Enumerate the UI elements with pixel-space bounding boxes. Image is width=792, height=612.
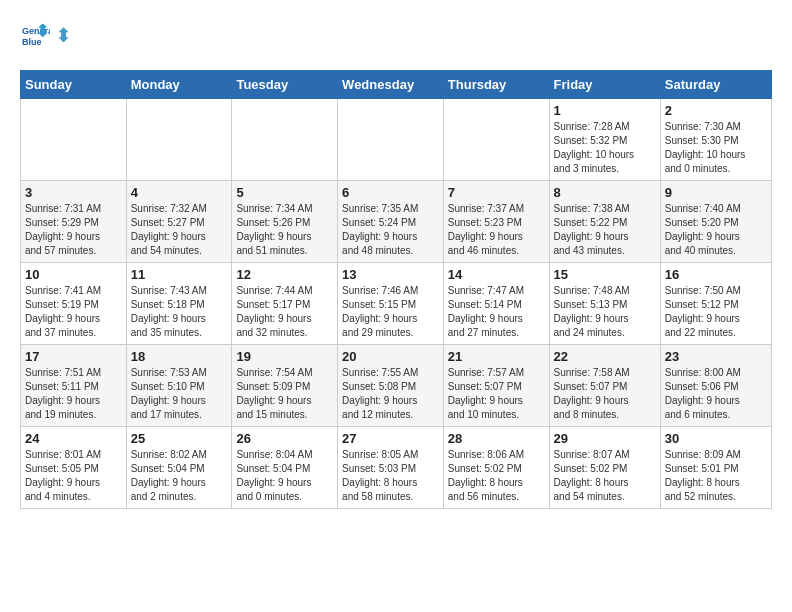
day-cell: 13Sunrise: 7:46 AM Sunset: 5:15 PM Dayli…	[338, 263, 444, 345]
day-info: Sunrise: 8:04 AM Sunset: 5:04 PM Dayligh…	[236, 448, 333, 504]
day-cell	[21, 99, 127, 181]
day-cell: 17Sunrise: 7:51 AM Sunset: 5:11 PM Dayli…	[21, 345, 127, 427]
day-info: Sunrise: 7:31 AM Sunset: 5:29 PM Dayligh…	[25, 202, 122, 258]
day-info: Sunrise: 8:05 AM Sunset: 5:03 PM Dayligh…	[342, 448, 439, 504]
day-cell: 18Sunrise: 7:53 AM Sunset: 5:10 PM Dayli…	[126, 345, 232, 427]
day-number: 11	[131, 267, 228, 282]
logo: General Blue	[20, 20, 74, 50]
day-cell: 30Sunrise: 8:09 AM Sunset: 5:01 PM Dayli…	[660, 427, 771, 509]
day-number: 17	[25, 349, 122, 364]
day-number: 2	[665, 103, 767, 118]
day-info: Sunrise: 7:35 AM Sunset: 5:24 PM Dayligh…	[342, 202, 439, 258]
day-number: 25	[131, 431, 228, 446]
calendar-body: 1Sunrise: 7:28 AM Sunset: 5:32 PM Daylig…	[21, 99, 772, 509]
day-number: 13	[342, 267, 439, 282]
day-cell: 5Sunrise: 7:34 AM Sunset: 5:26 PM Daylig…	[232, 181, 338, 263]
day-number: 28	[448, 431, 545, 446]
day-cell: 22Sunrise: 7:58 AM Sunset: 5:07 PM Dayli…	[549, 345, 660, 427]
day-number: 9	[665, 185, 767, 200]
day-cell	[232, 99, 338, 181]
day-number: 4	[131, 185, 228, 200]
day-info: Sunrise: 7:44 AM Sunset: 5:17 PM Dayligh…	[236, 284, 333, 340]
day-number: 14	[448, 267, 545, 282]
day-cell: 26Sunrise: 8:04 AM Sunset: 5:04 PM Dayli…	[232, 427, 338, 509]
day-cell: 29Sunrise: 8:07 AM Sunset: 5:02 PM Dayli…	[549, 427, 660, 509]
day-cell: 15Sunrise: 7:48 AM Sunset: 5:13 PM Dayli…	[549, 263, 660, 345]
day-cell	[443, 99, 549, 181]
day-info: Sunrise: 7:37 AM Sunset: 5:23 PM Dayligh…	[448, 202, 545, 258]
day-info: Sunrise: 7:58 AM Sunset: 5:07 PM Dayligh…	[554, 366, 656, 422]
day-cell: 7Sunrise: 7:37 AM Sunset: 5:23 PM Daylig…	[443, 181, 549, 263]
day-number: 5	[236, 185, 333, 200]
day-info: Sunrise: 7:43 AM Sunset: 5:18 PM Dayligh…	[131, 284, 228, 340]
day-cell: 25Sunrise: 8:02 AM Sunset: 5:04 PM Dayli…	[126, 427, 232, 509]
day-number: 19	[236, 349, 333, 364]
day-number: 10	[25, 267, 122, 282]
day-info: Sunrise: 7:28 AM Sunset: 5:32 PM Dayligh…	[554, 120, 656, 176]
header-cell-wednesday: Wednesday	[338, 71, 444, 99]
day-info: Sunrise: 7:48 AM Sunset: 5:13 PM Dayligh…	[554, 284, 656, 340]
header-cell-sunday: Sunday	[21, 71, 127, 99]
week-row-3: 17Sunrise: 7:51 AM Sunset: 5:11 PM Dayli…	[21, 345, 772, 427]
day-cell: 14Sunrise: 7:47 AM Sunset: 5:14 PM Dayli…	[443, 263, 549, 345]
day-info: Sunrise: 7:32 AM Sunset: 5:27 PM Dayligh…	[131, 202, 228, 258]
day-number: 20	[342, 349, 439, 364]
day-info: Sunrise: 7:40 AM Sunset: 5:20 PM Dayligh…	[665, 202, 767, 258]
day-info: Sunrise: 8:01 AM Sunset: 5:05 PM Dayligh…	[25, 448, 122, 504]
day-number: 29	[554, 431, 656, 446]
day-cell: 27Sunrise: 8:05 AM Sunset: 5:03 PM Dayli…	[338, 427, 444, 509]
day-cell: 20Sunrise: 7:55 AM Sunset: 5:08 PM Dayli…	[338, 345, 444, 427]
day-number: 18	[131, 349, 228, 364]
day-info: Sunrise: 7:34 AM Sunset: 5:26 PM Dayligh…	[236, 202, 333, 258]
day-info: Sunrise: 8:07 AM Sunset: 5:02 PM Dayligh…	[554, 448, 656, 504]
header-cell-saturday: Saturday	[660, 71, 771, 99]
day-cell: 24Sunrise: 8:01 AM Sunset: 5:05 PM Dayli…	[21, 427, 127, 509]
day-cell: 12Sunrise: 7:44 AM Sunset: 5:17 PM Dayli…	[232, 263, 338, 345]
svg-marker-4	[59, 27, 69, 42]
day-info: Sunrise: 7:53 AM Sunset: 5:10 PM Dayligh…	[131, 366, 228, 422]
day-cell: 21Sunrise: 7:57 AM Sunset: 5:07 PM Dayli…	[443, 345, 549, 427]
day-number: 1	[554, 103, 656, 118]
day-number: 8	[554, 185, 656, 200]
header-cell-tuesday: Tuesday	[232, 71, 338, 99]
day-cell	[126, 99, 232, 181]
day-cell: 8Sunrise: 7:38 AM Sunset: 5:22 PM Daylig…	[549, 181, 660, 263]
day-info: Sunrise: 7:46 AM Sunset: 5:15 PM Dayligh…	[342, 284, 439, 340]
day-info: Sunrise: 8:09 AM Sunset: 5:01 PM Dayligh…	[665, 448, 767, 504]
day-info: Sunrise: 7:30 AM Sunset: 5:30 PM Dayligh…	[665, 120, 767, 176]
day-info: Sunrise: 7:55 AM Sunset: 5:08 PM Dayligh…	[342, 366, 439, 422]
day-info: Sunrise: 7:47 AM Sunset: 5:14 PM Dayligh…	[448, 284, 545, 340]
day-cell	[338, 99, 444, 181]
day-cell: 19Sunrise: 7:54 AM Sunset: 5:09 PM Dayli…	[232, 345, 338, 427]
calendar-table: SundayMondayTuesdayWednesdayThursdayFrid…	[20, 70, 772, 509]
day-number: 12	[236, 267, 333, 282]
day-cell: 2Sunrise: 7:30 AM Sunset: 5:30 PM Daylig…	[660, 99, 771, 181]
day-number: 15	[554, 267, 656, 282]
day-info: Sunrise: 8:02 AM Sunset: 5:04 PM Dayligh…	[131, 448, 228, 504]
day-cell: 16Sunrise: 7:50 AM Sunset: 5:12 PM Dayli…	[660, 263, 771, 345]
day-cell: 1Sunrise: 7:28 AM Sunset: 5:32 PM Daylig…	[549, 99, 660, 181]
day-cell: 4Sunrise: 7:32 AM Sunset: 5:27 PM Daylig…	[126, 181, 232, 263]
day-info: Sunrise: 8:06 AM Sunset: 5:02 PM Dayligh…	[448, 448, 545, 504]
day-info: Sunrise: 8:00 AM Sunset: 5:06 PM Dayligh…	[665, 366, 767, 422]
week-row-4: 24Sunrise: 8:01 AM Sunset: 5:05 PM Dayli…	[21, 427, 772, 509]
day-number: 22	[554, 349, 656, 364]
day-number: 26	[236, 431, 333, 446]
day-number: 30	[665, 431, 767, 446]
day-cell: 9Sunrise: 7:40 AM Sunset: 5:20 PM Daylig…	[660, 181, 771, 263]
day-info: Sunrise: 7:51 AM Sunset: 5:11 PM Dayligh…	[25, 366, 122, 422]
day-number: 24	[25, 431, 122, 446]
week-row-2: 10Sunrise: 7:41 AM Sunset: 5:19 PM Dayli…	[21, 263, 772, 345]
day-number: 23	[665, 349, 767, 364]
header-cell-thursday: Thursday	[443, 71, 549, 99]
week-row-1: 3Sunrise: 7:31 AM Sunset: 5:29 PM Daylig…	[21, 181, 772, 263]
week-row-0: 1Sunrise: 7:28 AM Sunset: 5:32 PM Daylig…	[21, 99, 772, 181]
day-number: 16	[665, 267, 767, 282]
day-info: Sunrise: 7:57 AM Sunset: 5:07 PM Dayligh…	[448, 366, 545, 422]
day-cell: 23Sunrise: 8:00 AM Sunset: 5:06 PM Dayli…	[660, 345, 771, 427]
day-number: 3	[25, 185, 122, 200]
day-info: Sunrise: 7:41 AM Sunset: 5:19 PM Dayligh…	[25, 284, 122, 340]
day-number: 21	[448, 349, 545, 364]
header-cell-monday: Monday	[126, 71, 232, 99]
header-row: SundayMondayTuesdayWednesdayThursdayFrid…	[21, 71, 772, 99]
